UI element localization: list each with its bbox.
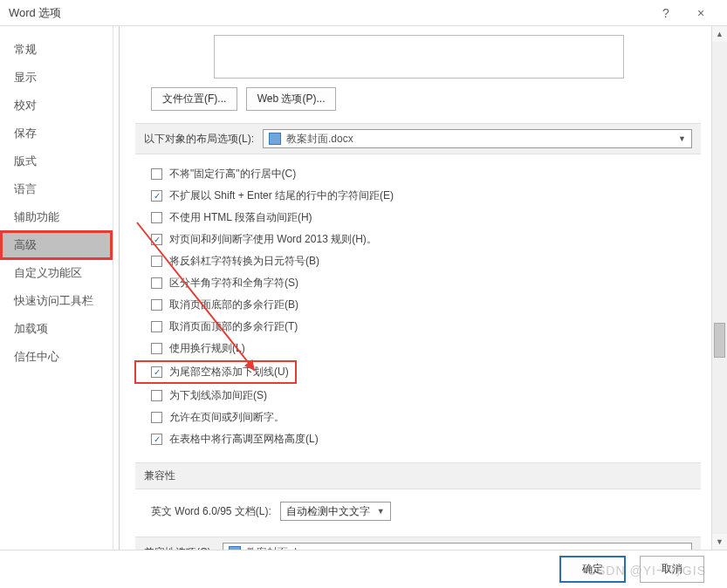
ok-button[interactable]: 确定 <box>559 556 626 583</box>
cb-html-spacing[interactable]: 不使用 HTML 段落自动间距(H) <box>135 207 701 229</box>
main-panel: 文件位置(F)... Web 选项(P)... 以下对象的布局选项(L): 教案… <box>119 26 727 550</box>
vertical-scrollbar[interactable]: ▲ ▼ <box>711 26 727 550</box>
checkbox-icon <box>151 299 162 311</box>
cb-backslash-yen[interactable]: 将反斜杠字符转换为日元符号(B) <box>135 250 701 272</box>
english-word-label: 英文 Word 6.0/95 文档(L): <box>151 504 271 519</box>
checkbox-icon <box>151 412 162 423</box>
sidebar-item-save[interactable]: 保存 <box>2 120 111 147</box>
cb-trailing-space-underline[interactable]: ✓为尾部空格添加下划线(U) <box>135 361 296 383</box>
file-locations-button[interactable]: 文件位置(F)... <box>151 87 237 111</box>
help-button[interactable]: ? <box>648 6 683 20</box>
checkbox-icon: ✓ <box>151 190 162 202</box>
cancel-button[interactable]: 取消 <box>640 556 704 583</box>
cb-line-break-rules[interactable]: 使用换行规则(L) <box>135 338 701 359</box>
document-icon <box>269 133 281 145</box>
web-options-button[interactable]: Web 选项(P)... <box>246 87 337 111</box>
sidebar-item-advanced[interactable]: 高级 <box>2 232 111 258</box>
preview-box <box>214 35 624 79</box>
layout-options-doc-dropdown[interactable]: 教案封面.docx ▼ <box>263 129 692 148</box>
checkbox-icon <box>151 277 162 289</box>
sidebar-item-accessibility[interactable]: 辅助功能 <box>2 204 111 230</box>
checkbox-icon <box>151 256 162 267</box>
sidebar-item-language[interactable]: 语言 <box>2 176 111 202</box>
compat-section-label: 兼容性 <box>144 468 175 483</box>
checkbox-icon <box>151 343 162 354</box>
chevron-down-icon: ▼ <box>678 134 686 143</box>
sidebar: 常规 显示 校对 保存 版式 语言 辅助功能 高级 自定义功能区 快速访问工具栏… <box>0 26 113 550</box>
sidebar-item-general[interactable]: 常规 <box>2 37 111 63</box>
layout-options-header: 以下对象的布局选项(L): 教案封面.docx ▼ <box>135 123 701 154</box>
sidebar-item-display[interactable]: 显示 <box>2 65 111 91</box>
cb-underline-spacing[interactable]: 为下划线添加间距(S) <box>135 385 701 407</box>
titlebar: Word 选项 ? × <box>0 0 727 26</box>
sidebar-item-proofing[interactable]: 校对 <box>2 92 111 119</box>
checkbox-icon: ✓ <box>151 434 162 445</box>
compat-options-doc-dropdown[interactable]: 教案封面.docx ▼ <box>223 543 692 550</box>
dialog-footer: 确定 取消 CSDN @YI一哥GIS <box>0 550 727 588</box>
sidebar-item-trust-center[interactable]: 信任中心 <box>2 344 111 370</box>
checkbox-icon: ✓ <box>151 234 162 245</box>
compat-section-header: 兼容性 <box>135 462 701 489</box>
sidebar-item-customize-ribbon[interactable]: 自定义功能区 <box>2 260 111 286</box>
checkbox-icon <box>151 212 162 223</box>
cb-bottom-extra-spacing[interactable]: 取消页面底部的多余行距(B) <box>135 294 701 316</box>
cb-allow-hyphenation[interactable]: 允许在页间或列间断字。 <box>135 407 701 428</box>
scroll-up-icon[interactable]: ▲ <box>712 26 727 42</box>
checkbox-icon <box>151 321 162 332</box>
close-button[interactable]: × <box>683 6 718 20</box>
cb-word2013-hyphenation[interactable]: ✓对页间和列间断字使用 Word 2013 规则(H)。 <box>135 229 701 250</box>
window-title: Word 选项 <box>9 5 648 21</box>
cb-top-extra-spacing[interactable]: 取消页面顶部的多余行距(T) <box>135 316 701 338</box>
cb-half-full-width[interactable]: 区分半角字符和全角字符(S) <box>135 272 701 294</box>
sidebar-item-addins[interactable]: 加载项 <box>2 316 111 342</box>
scroll-down-icon[interactable]: ▼ <box>712 534 727 550</box>
compat-options-header: 兼容性选项(C): 教案封面.docx ▼ <box>135 537 701 550</box>
scrollbar-thumb[interactable] <box>714 323 725 358</box>
cb-table-row-grid[interactable]: ✓在表格中将行高调至网格高度(L) <box>135 428 701 450</box>
layout-options-label: 以下对象的布局选项(L): <box>144 132 254 147</box>
layout-options-doc-value: 教案封面.docx <box>286 132 671 147</box>
sidebar-item-layout[interactable]: 版式 <box>2 148 111 174</box>
sidebar-item-qat[interactable]: 快速访问工具栏 <box>2 288 111 314</box>
chevron-down-icon: ▼ <box>377 507 385 516</box>
english-word-value: 自动检测中文文字 <box>286 504 370 519</box>
checkbox-icon: ✓ <box>151 366 162 378</box>
checkbox-icon <box>151 390 162 401</box>
cb-fixed-line-height[interactable]: 不将"固定行高"的行居中(C) <box>135 163 701 185</box>
checkbox-icon <box>151 168 162 180</box>
cb-shift-enter-spacing[interactable]: ✓不扩展以 Shift + Enter 结尾的行中的字符间距(E) <box>135 185 701 207</box>
english-word-dropdown[interactable]: 自动检测中文文字 ▼ <box>280 502 391 521</box>
